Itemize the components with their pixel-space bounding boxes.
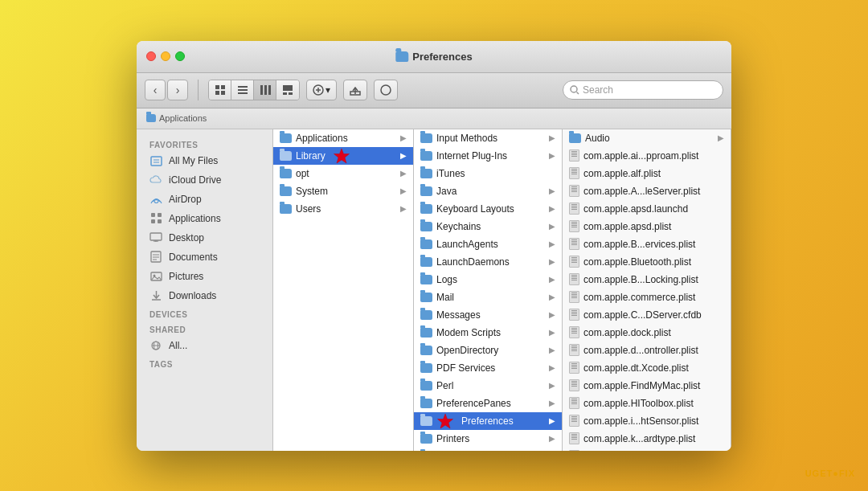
item-label: OpenDirectory [436,345,498,356]
col2-mail[interactable]: Mail ▶ [414,288,562,306]
col2-open-directory[interactable]: OpenDirectory ▶ [414,342,562,359]
action-button[interactable]: ▾ [306,80,337,100]
col2-privileged-helper-tools[interactable]: PrivilegedHelperTools ▶ [414,448,562,451]
sidebar-item-documents[interactable]: Documents [137,248,272,267]
col2-logs[interactable]: Logs ▶ [414,271,562,288]
col2-pdf-services[interactable]: PDF Services ▶ [414,359,562,377]
col1-applications[interactable]: Applications ▶ [273,129,413,147]
back-button[interactable]: ‹ [145,80,166,100]
col1-system[interactable]: System ▶ [273,182,413,200]
col3-plist-14[interactable]: com.apple.FindMyMac.plist [563,377,731,395]
svg-rect-1 [221,85,225,89]
item-label: com.apple.dt.Xcode.plist [583,362,689,374]
file-icon [569,344,579,356]
col3-plist-16[interactable]: com.apple.i...htSensor.plist [563,412,731,430]
forward-button[interactable]: › [167,80,188,100]
view-column-button[interactable] [254,80,276,100]
col3-plist-6[interactable]: com.apple.B...ervices.plist [563,235,731,253]
col3-plist-15[interactable]: com.apple.HIToolbox.plist [563,395,731,412]
col3-plist-12[interactable]: com.apple.d...ontroller.plist [563,342,731,359]
col3-plist-9[interactable]: com.apple.commerce.plist [563,288,731,306]
action-chevron: ▾ [326,84,330,96]
file-icon [569,309,579,321]
col1-opt[interactable]: opt ▶ [273,165,413,182]
watermark: UGET●FIX [805,468,855,478]
window-title: Preferences [395,51,472,63]
sidebar-item-all-devices[interactable]: All... [137,336,272,355]
item-label: LaunchAgents [436,239,498,250]
col1-users[interactable]: Users ▶ [273,200,413,218]
col2-itunes[interactable]: iTunes [414,165,562,182]
col3-plist-13[interactable]: com.apple.dt.Xcode.plist [563,359,731,377]
view-list-button[interactable] [231,80,254,100]
col3-plist-2[interactable]: com.apple.alf.plist [563,165,731,182]
file-icon [569,397,579,409]
view-icon-button[interactable] [209,80,231,100]
search-bar[interactable]: Search [563,80,723,100]
col3-plist-18[interactable]: com.apple.loginwindow.plist [563,448,731,451]
sidebar-item-label: All My Files [169,155,218,166]
star-indicator-2 [436,412,454,430]
tag-button[interactable] [374,80,398,100]
file-icon [569,291,579,303]
col2-messages[interactable]: Messages ▶ [414,306,562,324]
traffic-lights [146,51,185,61]
col2-launch-agents[interactable]: LaunchAgents ▶ [414,235,562,253]
sidebar-item-downloads[interactable]: Downloads [137,286,272,305]
item-label: Java [436,186,457,197]
maximize-button[interactable] [175,51,185,61]
col2-internet-plugins[interactable]: Internet Plug-Ins ▶ [414,147,562,165]
sidebar-item-airdrop[interactable]: AirDrop [137,190,272,209]
col3-audio[interactable]: Audio ▶ [563,129,731,147]
col2-keychains[interactable]: Keychains ▶ [414,218,562,235]
col3-plist-5[interactable]: com.apple.apsd.plist [563,218,731,235]
col3-plist-8[interactable]: com.apple.B...Locking.plist [563,271,731,288]
minimize-button[interactable] [161,51,170,61]
view-cover-button[interactable] [276,80,299,100]
finder-window: Preferences ‹ › ▾ [137,41,731,451]
arrow-icon: ▶ [549,186,555,195]
sidebar-item-all-my-files[interactable]: All My Files [137,151,272,170]
col2-perl[interactable]: Perl ▶ [414,377,562,395]
sidebar-item-label: AirDrop [169,194,202,205]
col3-plist-1[interactable]: com.apple.ai...pproam.plist [563,147,731,165]
col2-launch-daemons[interactable]: LaunchDaemons ▶ [414,253,562,271]
arrow-icon: ▶ [549,328,555,337]
downloads-icon [149,289,162,302]
col2-java[interactable]: Java ▶ [414,182,562,200]
column-3: Audio ▶ com.apple.ai...pproam.plist com.… [563,129,731,451]
col2-preferences[interactable]: Preferences ▶ [414,412,562,430]
col3-plist-4[interactable]: com.apple.apsd.launchd [563,200,731,218]
svg-rect-6 [238,92,248,94]
sidebar-item-applications[interactable]: Applications [137,209,272,228]
share-button[interactable] [343,80,367,100]
col3-plist-3[interactable]: com.apple.A...leServer.plist [563,182,731,200]
item-label: Messages [436,309,481,321]
col2-modem-scripts[interactable]: Modem Scripts ▶ [414,324,562,342]
column-2: Input Methods ▶ Internet Plug-Ins ▶ iTun… [414,129,563,451]
sidebar-item-label: Pictures [169,271,203,282]
sidebar-item-pictures[interactable]: Pictures [137,267,272,286]
arrow-icon: ▶ [549,363,555,372]
applications-icon [149,212,162,225]
file-icon [569,256,579,268]
col2-keyboard-layouts[interactable]: Keyboard Layouts ▶ [414,200,562,218]
close-button[interactable] [146,51,156,61]
folder-icon [420,275,432,284]
sidebar-item-desktop[interactable]: Desktop [137,228,272,248]
col2-printers[interactable]: Printers ▶ [414,430,562,448]
col2-input-methods[interactable]: Input Methods ▶ [414,129,562,147]
toolbar: ‹ › ▾ [137,73,731,108]
search-icon [570,85,579,95]
col3-plist-10[interactable]: com.apple.C...DServer.cfdb [563,306,731,324]
col3-plist-17[interactable]: com.apple.k...ardtype.plist [563,430,731,448]
col3-plist-11[interactable]: com.apple.dock.plist [563,324,731,342]
icloud-icon [149,174,162,186]
col1-library[interactable]: Library ▶ [273,147,413,165]
sidebar-item-icloud-drive[interactable]: iCloud Drive [137,170,272,190]
col3-plist-7[interactable]: com.apple.Bluetooth.plist [563,253,731,271]
folder-icon [280,186,292,196]
col2-preference-panes[interactable]: PreferencePanes ▶ [414,395,562,412]
folder-icon [420,399,432,408]
svg-rect-4 [238,86,248,88]
